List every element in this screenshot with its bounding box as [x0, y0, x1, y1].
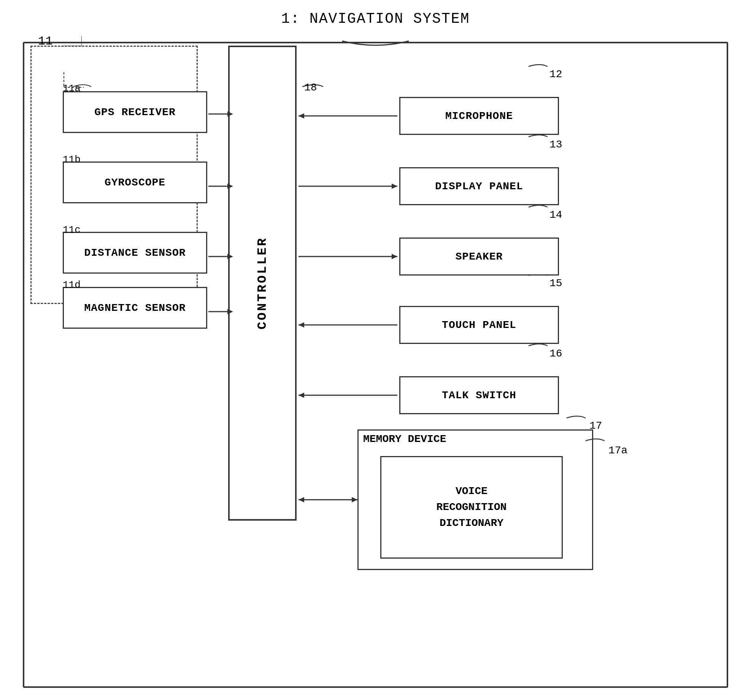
gps-receiver-box: GPS RECEIVER — [63, 91, 207, 133]
touch-panel-box: TOUCH PANEL — [399, 306, 559, 344]
sensor-group-label: 11 — [38, 34, 82, 48]
talk-switch-label: TALK SWITCH — [442, 390, 516, 401]
distance-sensor-label: DISTANCE SENSOR — [84, 247, 186, 259]
magnetic-sensor-label: MAGNETIC SENSOR — [84, 302, 186, 314]
display-panel-box: DISPLAY PANEL — [399, 167, 559, 205]
sub-label-11a: 11a — [63, 83, 81, 94]
controller-box: CONTROLLER — [228, 46, 297, 521]
gyroscope-label: GYROSCOPE — [105, 177, 165, 188]
voice-recognition-box: VOICERECOGNITIONDICTIONARY — [380, 456, 563, 559]
memory-device-label: MEMORY DEVICE — [363, 433, 446, 445]
controller-label: CONTROLLER — [255, 237, 270, 329]
distance-sensor-box: DISTANCE SENSOR — [63, 232, 207, 274]
ref-18: 18 — [304, 82, 317, 93]
ref-16: 16 — [549, 348, 562, 360]
touch-panel-label: TOUCH PANEL — [442, 319, 516, 331]
ref-17: 17 — [589, 420, 602, 432]
sub-label-11c: 11c — [63, 224, 81, 236]
voice-recognition-label: VOICERECOGNITIONDICTIONARY — [437, 483, 507, 531]
microphone-label: MICROPHONE — [445, 110, 513, 122]
speaker-box: SPEAKER — [399, 238, 559, 276]
magnetic-sensor-box: MAGNETIC SENSOR — [63, 287, 207, 329]
ref-14: 14 — [549, 209, 562, 221]
ref-13: 13 — [549, 139, 562, 150]
talk-switch-box: TALK SWITCH — [399, 376, 559, 414]
gps-receiver-label: GPS RECEIVER — [94, 106, 176, 118]
sub-label-11d: 11d — [63, 279, 81, 291]
ref-15: 15 — [549, 277, 562, 289]
sub-label-11b: 11b — [63, 154, 81, 165]
ref-12: 12 — [549, 68, 562, 80]
microphone-box: MICROPHONE — [399, 97, 559, 135]
page-title: 1: NAVIGATION SYSTEM — [281, 11, 470, 27]
display-panel-label: DISPLAY PANEL — [435, 181, 523, 192]
speaker-label: SPEAKER — [456, 251, 503, 263]
ref-17a: 17a — [608, 445, 627, 456]
gyroscope-box: GYROSCOPE — [63, 162, 207, 203]
